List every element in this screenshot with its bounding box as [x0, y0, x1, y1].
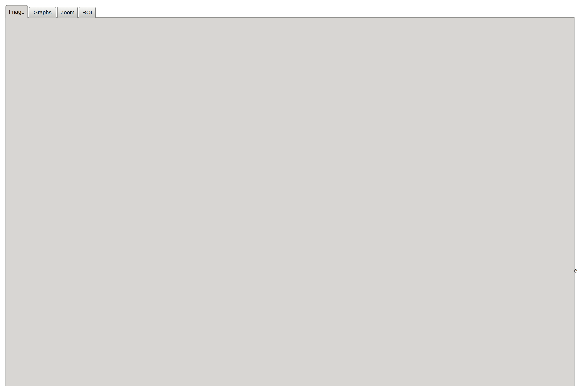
- tab-roi[interactable]: ROI: [79, 6, 96, 18]
- tab-label: ROI: [82, 9, 92, 15]
- tab-page-image: [5, 17, 575, 386]
- tab-label: Graphs: [33, 9, 51, 15]
- tab-label: Zoom: [60, 9, 75, 15]
- front-panel: Image Graphs Zoom ROI Camera name 1/0 ca…: [0, 0, 580, 392]
- tab-zoom[interactable]: Zoom: [57, 6, 78, 18]
- tab-label: Image: [9, 9, 24, 15]
- tab-graphs[interactable]: Graphs: [29, 6, 56, 18]
- tab-image[interactable]: Image: [5, 5, 28, 18]
